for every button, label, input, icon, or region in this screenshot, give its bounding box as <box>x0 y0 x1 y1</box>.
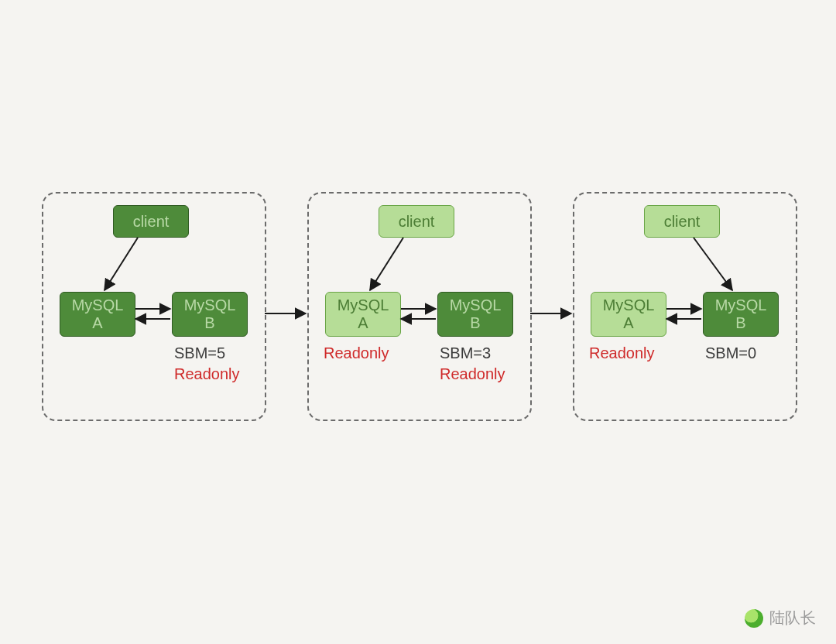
client-box-1: client <box>113 205 189 238</box>
mysql-a-box-1: MySQL A <box>60 292 135 337</box>
mysql-a-box-2: MySQL A <box>325 292 401 337</box>
readonly-b-label-2: Readonly <box>440 365 505 383</box>
wechat-icon <box>745 609 763 628</box>
mysql-b-box-1: MySQL B <box>172 292 248 337</box>
readonly-a-label-2: Readonly <box>324 344 389 362</box>
readonly-a-label-3: Readonly <box>589 344 655 362</box>
diagram-canvas: client MySQL A MySQL B SBM=5 Readonly cl… <box>0 0 836 644</box>
client-box-3: client <box>644 205 720 238</box>
sbm-label-2: SBM=3 <box>440 344 491 362</box>
watermark-text: 陆队长 <box>769 608 816 629</box>
mysql-a-box-3: MySQL A <box>591 292 666 337</box>
sbm-label-1: SBM=5 <box>174 344 225 362</box>
watermark: 陆队长 <box>745 608 816 629</box>
client-box-2: client <box>379 205 454 238</box>
mysql-b-box-3: MySQL B <box>703 292 779 337</box>
mysql-b-box-2: MySQL B <box>437 292 513 337</box>
sbm-label-3: SBM=0 <box>705 344 756 362</box>
readonly-b-label-1: Readonly <box>174 365 240 383</box>
